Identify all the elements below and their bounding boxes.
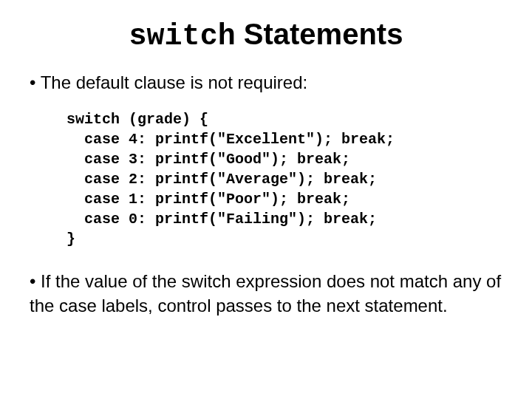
bullet-point-1: • The default clause is not required: — [30, 71, 502, 95]
slide-title: switch Statements — [30, 18, 502, 53]
code-example: switch (grade) { case 4: printf("Excelle… — [66, 109, 502, 249]
bullet-point-2: • If the value of the switch expression … — [30, 270, 502, 318]
title-keyword: switch — [129, 20, 236, 53]
title-rest: Statements — [236, 18, 403, 50]
